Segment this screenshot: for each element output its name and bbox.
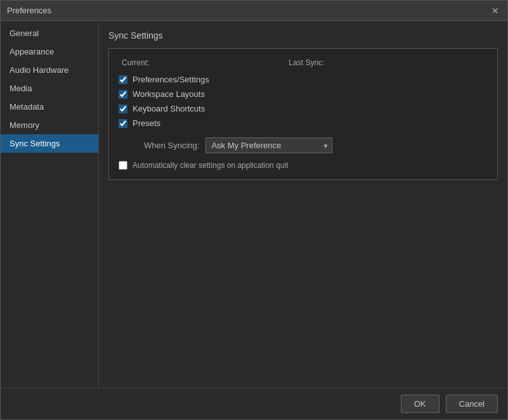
checkbox-workspace-layouts[interactable] <box>119 90 127 99</box>
title-bar: Preferences ✕ <box>1 1 507 21</box>
sidebar-item-audio-hardware[interactable]: Audio Hardware <box>1 61 98 79</box>
label-keyboard-shortcuts[interactable]: Keyboard Shortcuts <box>133 104 205 113</box>
checkbox-row-workspace: Workspace Layouts <box>119 89 488 99</box>
sync-select-wrapper: Ask My Preference Upload Settings Downlo… <box>205 137 332 153</box>
dialog-footer: OK Cancel <box>1 388 507 419</box>
when-syncing-label: When Syncing: <box>144 141 199 150</box>
auto-clear-row: Automatically clear settings on applicat… <box>119 161 488 170</box>
dialog-title: Preferences <box>7 6 51 15</box>
sidebar-item-sync-settings[interactable]: Sync Settings <box>1 134 98 153</box>
section-title: Sync Settings <box>108 30 498 41</box>
close-button[interactable]: ✕ <box>490 5 501 16</box>
label-preferences-settings[interactable]: Preferences/Settings <box>133 75 209 84</box>
label-auto-clear[interactable]: Automatically clear settings on applicat… <box>133 161 288 170</box>
dialog-body: General Appearance Audio Hardware Media … <box>1 21 507 388</box>
checkbox-row-keyboard: Keyboard Shortcuts <box>119 104 488 113</box>
sync-header: Current: Last Sync: <box>119 58 488 67</box>
current-label: Current: <box>122 58 149 67</box>
checkbox-row-presets: Presets <box>119 118 488 128</box>
preferences-dialog: Preferences ✕ General Appearance Audio H… <box>0 0 508 420</box>
when-syncing-row: When Syncing: Ask My Preference Upload S… <box>119 137 488 153</box>
checkbox-keyboard-shortcuts[interactable] <box>119 105 127 113</box>
content-area: Sync Settings Current: Last Sync: Prefer… <box>99 21 507 388</box>
checkbox-auto-clear[interactable] <box>119 161 127 170</box>
sidebar-item-general[interactable]: General <box>1 24 98 42</box>
ok-button[interactable]: OK <box>401 395 440 413</box>
sidebar-item-metadata[interactable]: Metadata <box>1 98 98 116</box>
sync-box: Current: Last Sync: Preferences/Settings… <box>108 48 498 180</box>
checkbox-row-preferences: Preferences/Settings <box>119 75 488 84</box>
last-sync-label: Last Sync: <box>289 58 324 67</box>
sync-select[interactable]: Ask My Preference Upload Settings Downlo… <box>205 137 332 153</box>
label-workspace-layouts[interactable]: Workspace Layouts <box>133 89 205 99</box>
sidebar-item-appearance[interactable]: Appearance <box>1 42 98 61</box>
sidebar: General Appearance Audio Hardware Media … <box>1 21 99 388</box>
checkbox-preferences-settings[interactable] <box>119 75 127 84</box>
sidebar-item-memory[interactable]: Memory <box>1 116 98 134</box>
sidebar-item-media[interactable]: Media <box>1 79 98 98</box>
label-presets[interactable]: Presets <box>133 118 160 128</box>
cancel-button[interactable]: Cancel <box>446 395 498 413</box>
checkbox-presets[interactable] <box>119 119 127 128</box>
